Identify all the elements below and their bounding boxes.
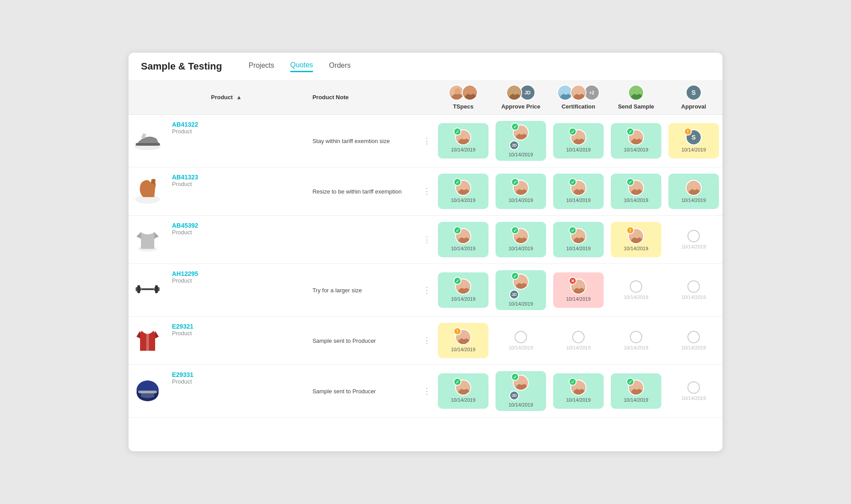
table-row: E29321 Product Sample sent to Producer ⋮… <box>129 317 722 365</box>
stage-cell: ✓ 10/14/2019 <box>434 264 492 317</box>
svg-point-56 <box>461 332 467 339</box>
menu-cell[interactable]: ⋮ <box>419 317 434 365</box>
stage-cell: ✓ 10/14/2019 <box>434 365 492 418</box>
stage-cell: 10/14/2019 <box>665 167 722 216</box>
svg-point-66 <box>634 383 640 390</box>
col-header-tspecs: TSpecs <box>438 85 488 110</box>
product-type: Product <box>172 128 198 135</box>
stage-face-wrap: ✓ JD <box>513 124 529 150</box>
stage-face-wrap: ✓ <box>570 228 586 244</box>
svg-point-16 <box>461 132 467 140</box>
app-title: Sample & Testing <box>141 61 222 72</box>
svg-point-38 <box>519 231 525 238</box>
col-avatars-send-sample <box>628 85 644 101</box>
th-product[interactable]: Product ▲ <box>167 80 309 115</box>
stage-face-wrap: ! <box>455 329 471 345</box>
product-id[interactable]: E29321 <box>172 323 193 330</box>
svg-point-64 <box>576 383 582 390</box>
th-menu <box>419 80 434 115</box>
stage-face-wrap: ✓ JD <box>513 375 529 400</box>
stage-face-wrap: ✓ <box>570 129 586 145</box>
product-image-cell <box>129 317 167 365</box>
table-row: AH12295 Product Try for a larger size ⋮ … <box>129 264 722 317</box>
stage-cell: ✓ 10/14/2019 <box>434 115 492 167</box>
stage-face-wrap: ✓ <box>455 380 471 395</box>
svg-point-10 <box>576 88 582 95</box>
product-id[interactable]: AH12295 <box>172 270 198 277</box>
stage-cell: 10/14/2019 <box>665 216 722 264</box>
check-icon: ✓ <box>626 128 634 136</box>
tab-orders[interactable]: Orders <box>329 62 351 71</box>
note-cell: Try for a larger size <box>309 264 419 317</box>
svg-point-60 <box>461 383 467 390</box>
svg-point-20 <box>576 132 582 140</box>
warn-icon: ! <box>626 226 634 234</box>
svg-point-27 <box>519 183 525 190</box>
note-cell: Sample sent to Producer <box>309 365 419 418</box>
product-image-cell <box>129 365 167 418</box>
table-row: AB45392 Product ⋮ ✓ 10/14/2019 ✓ 10/14/2… <box>129 216 722 264</box>
tab-projects[interactable]: Projects <box>249 62 274 71</box>
avatar-ss-1 <box>628 85 644 101</box>
stage-cell: 10/14/2019 <box>607 317 665 365</box>
sort-icon: ▲ <box>236 94 242 101</box>
stage-empty-circle <box>687 280 700 293</box>
product-id[interactable]: AB41322 <box>172 121 198 128</box>
svg-point-62 <box>519 378 525 385</box>
svg-point-49 <box>461 282 467 289</box>
svg-point-51 <box>519 277 525 284</box>
svg-point-22 <box>634 132 640 140</box>
product-id[interactable]: AB41323 <box>172 174 198 181</box>
check-icon: ✓ <box>511 123 519 131</box>
stage-cell: ! 10/14/2019 <box>434 317 492 365</box>
stage-cell: 10/14/2019 <box>665 264 722 317</box>
stage-cell: ✓ 10/14/2019 <box>550 216 607 264</box>
product-id[interactable]: AB45392 <box>172 222 198 229</box>
tab-quotes[interactable]: Quotes <box>290 61 313 72</box>
svg-point-29 <box>576 183 582 190</box>
stage-cell: ✓ 10/14/2019 <box>607 115 665 167</box>
svg-rect-47 <box>141 288 154 290</box>
stage-empty-circle <box>630 331 642 343</box>
note-cell: Stay within tariff exemtion size <box>309 115 419 167</box>
stage-empty-circle <box>515 331 527 343</box>
table-row: AB41322 Product Stay within tariff exemt… <box>129 115 722 167</box>
svg-point-1 <box>452 93 463 101</box>
stage-cell: ✓ JD 10/14/2019 <box>492 115 550 167</box>
product-cell: E29321 Product <box>167 317 309 343</box>
stage-face-wrap: ✕ <box>570 279 586 295</box>
col-header-approve-price: JD Approve Price <box>496 85 546 110</box>
product-cell: AB41323 Product <box>167 167 309 194</box>
stage-face-wrap: ✓ <box>455 228 471 244</box>
check-icon: ✓ <box>511 272 519 280</box>
stage-cell: 10/14/2019 <box>492 317 550 365</box>
stage-face-wrap: ✓ <box>570 380 586 395</box>
note-cell <box>309 216 419 264</box>
stage-cell: ✓ 10/14/2019 <box>434 167 492 216</box>
menu-cell[interactable]: ⋮ <box>419 264 434 317</box>
stage-face-wrap: ✓ <box>455 279 471 295</box>
menu-cell[interactable]: ⋮ <box>419 115 434 167</box>
error-icon: ✕ <box>569 277 577 285</box>
product-cell: E29331 Product <box>167 365 309 391</box>
col-avatars-approval: S <box>686 85 702 101</box>
jd-badge: JD <box>509 290 519 299</box>
stage-empty-circle <box>687 381 700 394</box>
menu-cell[interactable]: ⋮ <box>419 216 434 264</box>
check-icon: ✓ <box>453 226 461 234</box>
svg-rect-14 <box>136 143 160 146</box>
nav-tabs: Projects Quotes Orders <box>249 61 351 72</box>
check-icon: ✓ <box>626 378 634 386</box>
col-avatars-certification: +2 <box>557 85 600 101</box>
table-header-row: Product ▲ Product Note <box>129 80 722 115</box>
stage-face-wrap: ✓ <box>628 129 644 145</box>
product-cell: AB45392 Product <box>167 216 309 242</box>
stage-face-wrap: ! S <box>686 129 702 145</box>
stage-cell: ✓ 10/14/2019 <box>492 167 550 216</box>
menu-cell[interactable]: ⋮ <box>419 167 434 216</box>
product-image-cell <box>129 216 167 264</box>
menu-cell[interactable]: ⋮ <box>419 365 434 418</box>
product-cell: AB41322 Product <box>167 115 309 141</box>
product-id[interactable]: E29331 <box>172 371 193 378</box>
product-image-cell <box>129 167 167 216</box>
